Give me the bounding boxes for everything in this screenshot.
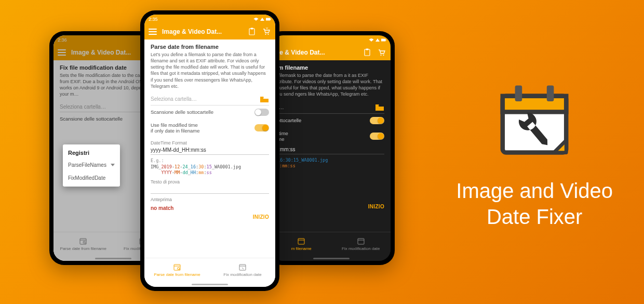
- preview-result: no match: [151, 205, 269, 211]
- phone-mockup-center: 2:35 Image & Video Dat... Parse date fro…: [140, 10, 279, 291]
- home-indicator: [144, 282, 275, 287]
- tab-parse-filename[interactable]: Parse date from filename: [53, 232, 113, 256]
- example-block: _16:30:15_WA0001.jpg H:mm:ss: [275, 157, 384, 170]
- switch[interactable]: [370, 117, 384, 124]
- calendar-search-icon: [79, 237, 87, 245]
- status-time: 2:36: [58, 37, 67, 43]
- test-text-input[interactable]: [151, 184, 269, 194]
- start-button[interactable]: INIZIO: [151, 214, 269, 220]
- svg-rect-22: [298, 239, 304, 244]
- folder-icon[interactable]: [260, 96, 269, 103]
- svg-point-30: [265, 34, 266, 35]
- switch[interactable]: [370, 133, 384, 140]
- clipboard-icon[interactable]: [363, 48, 372, 57]
- svg-rect-29: [251, 28, 253, 30]
- cart-icon[interactable]: [377, 48, 386, 57]
- app-bar: Image & Video Dat...: [144, 24, 275, 39]
- app-bar: ge & Video Dat...: [272, 45, 391, 60]
- subfolder-toggle-row[interactable]: sottocartelle: [275, 114, 384, 127]
- battery-icon: [266, 17, 271, 21]
- app-bar-title: Image & Video Dat...: [162, 28, 242, 35]
- svg-rect-24: [358, 239, 364, 244]
- toggle-label: Scansione delle sottocartelle: [151, 109, 213, 115]
- app-icon: [490, 75, 579, 163]
- bottom-nav: m filename Fix modification date: [272, 232, 391, 256]
- logs-popup: Registri ParseFileNames FixModifiedDate: [63, 144, 120, 187]
- folder-icon[interactable]: [375, 104, 384, 111]
- svg-rect-2: [515, 85, 522, 101]
- tab-label: m filename: [291, 246, 312, 251]
- cart-icon[interactable]: [262, 27, 271, 36]
- switch[interactable]: [254, 109, 269, 116]
- svg-rect-16: [381, 39, 385, 42]
- signal-icon: [375, 38, 380, 42]
- dropdown-selected-label: ParseFileNames: [68, 162, 106, 168]
- signal-icon: [260, 18, 264, 21]
- status-bar: 2:35: [144, 15, 275, 24]
- svg-rect-26: [266, 18, 270, 21]
- tab-parse-filename[interactable]: Parse date from filename: [144, 258, 210, 282]
- status-bar: [272, 35, 391, 45]
- svg-point-34: [178, 268, 180, 270]
- svg-point-12: [83, 241, 85, 243]
- folder-placeholder: la…: [275, 104, 372, 110]
- tab-label: Parse date from filename: [60, 246, 106, 251]
- tab-label: Fix modification date: [342, 246, 380, 251]
- datetime-format-input[interactable]: [275, 145, 384, 154]
- menu-icon[interactable]: [58, 49, 66, 56]
- svg-line-13: [85, 243, 86, 244]
- popup-title: Registri: [63, 144, 120, 159]
- folder-select-row[interactable]: Seleziona cartella…: [151, 94, 269, 105]
- start-button[interactable]: INIZIO: [275, 204, 384, 209]
- battery-icon: [381, 38, 386, 42]
- page-content: Parse date from filename Let's you defin…: [144, 39, 275, 258]
- svg-rect-28: [249, 29, 254, 35]
- svg-rect-36: [239, 265, 246, 270]
- folder-select-row[interactable]: la…: [275, 102, 384, 114]
- home-indicator: [272, 256, 391, 261]
- section-title: Parse date from filename: [151, 44, 269, 50]
- toggle-label: Scansione delle sottocartelle: [60, 116, 123, 122]
- calendar-search-icon: [173, 263, 181, 271]
- app-title: Image and Video Date Fixer: [456, 178, 613, 230]
- calendar-wrench-icon: [238, 263, 247, 271]
- status-time: 2:35: [149, 17, 158, 22]
- svg-rect-3: [547, 85, 554, 101]
- section-title: om filename: [275, 64, 384, 71]
- preview-label: Anteprima: [151, 197, 269, 202]
- svg-point-31: [267, 34, 269, 35]
- phone-mockup-right: ge & Video Dat... om filename e filemask…: [267, 31, 395, 265]
- tab-label: Parse date from filename: [154, 272, 200, 277]
- svg-rect-19: [366, 49, 369, 50]
- section-description: e filemask to parse the date from a it a…: [275, 72, 384, 98]
- svg-point-21: [383, 55, 384, 56]
- wifi-icon: [369, 38, 374, 42]
- clipboard-icon[interactable]: [247, 27, 257, 36]
- folder-placeholder: Seleziona cartella…: [151, 96, 257, 102]
- subfolder-toggle-row[interactable]: Scansione delle sottocartelle: [151, 105, 269, 119]
- svg-point-20: [380, 55, 381, 56]
- chevron-down-icon: [111, 164, 115, 166]
- svg-rect-27: [270, 19, 271, 20]
- popup-item[interactable]: FixModifiedDate: [63, 171, 120, 185]
- svg-rect-18: [365, 49, 370, 56]
- section-description: Let's you define a filemask to parse the…: [151, 51, 269, 89]
- datetime-format-input[interactable]: [151, 146, 269, 155]
- use-modified-toggle-row[interactable]: d timeame: [275, 127, 384, 145]
- tab-label: Fix modification date: [223, 272, 261, 277]
- tab-parse-filename[interactable]: m filename: [272, 232, 331, 256]
- wifi-icon: [253, 17, 259, 21]
- app-bar-title: ge & Video Dat...: [276, 49, 357, 56]
- svg-rect-17: [385, 39, 386, 41]
- popup-dropdown[interactable]: ParseFileNames: [63, 159, 120, 171]
- use-modified-toggle-row[interactable]: Use file modified time if only date in f…: [151, 119, 269, 137]
- datetime-format-label: DateTime Format: [151, 140, 269, 146]
- tab-fix-modification[interactable]: Fix modification date: [331, 232, 391, 256]
- menu-icon[interactable]: [149, 29, 157, 35]
- switch[interactable]: [254, 124, 269, 131]
- calendar-wrench-icon: [357, 237, 365, 245]
- svg-rect-1: [503, 96, 566, 112]
- calendar-search-icon: [297, 237, 305, 245]
- tab-fix-modification[interactable]: Fix modification date: [210, 258, 275, 282]
- app-branding: Image and Video Date Fixer: [456, 0, 613, 304]
